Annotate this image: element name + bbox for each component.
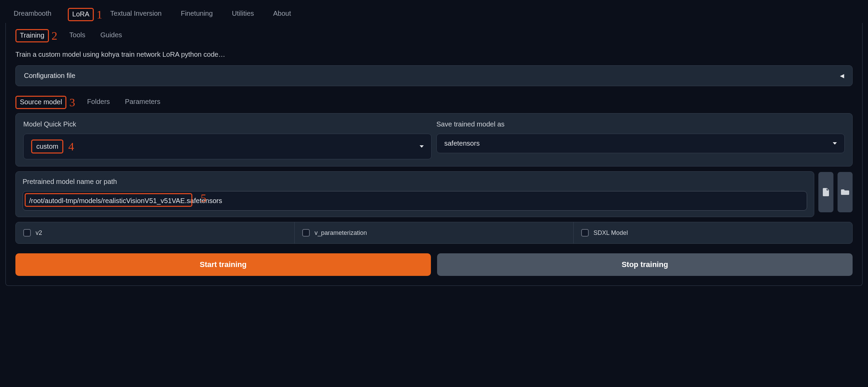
annotation-5: 5 (201, 192, 206, 205)
file-button[interactable] (818, 172, 833, 212)
tab-about[interactable]: About (270, 6, 294, 23)
subtab-training[interactable]: Training (20, 31, 44, 39)
container: Training 2 Tools Guides Train a custom m… (5, 23, 863, 286)
caret-down-icon (420, 145, 424, 148)
check-v2[interactable]: v2 (16, 222, 295, 243)
check-vparam-label: v_parameterization (315, 229, 367, 237)
checkbox-sdxl[interactable] (581, 229, 589, 237)
model-quick-pick-select[interactable]: custom 4 (23, 134, 432, 159)
tab-textual-inversion[interactable]: Textual Inversion (107, 6, 164, 23)
description-text: Train a custom model using kohya train n… (15, 51, 853, 58)
annotation-2: 2 (52, 29, 58, 42)
subtab-guides[interactable]: Guides (99, 28, 123, 43)
highlight-training: Training (15, 29, 49, 42)
model-quick-pick-value: custom (36, 143, 58, 150)
caret-down-icon (833, 142, 837, 145)
pretrained-panel: Pretrained model name or path 5 (15, 171, 814, 217)
stop-training-button[interactable]: Stop training (437, 253, 853, 276)
check-vparam[interactable]: v_parameterization (295, 222, 574, 243)
configuration-file-label: Configuration file (24, 72, 75, 80)
pretrained-label: Pretrained model name or path (23, 178, 807, 186)
main-tabs: Dreambooth LoRA 1 Textual Inversion Fine… (0, 0, 868, 23)
tab-parameters[interactable]: Parameters (124, 95, 162, 110)
tab-folders[interactable]: Folders (86, 95, 111, 110)
button-row: Start training Stop training (15, 253, 853, 276)
check-sdxl-label: SDXL Model (593, 229, 628, 237)
tab-finetuning[interactable]: Finetuning (178, 6, 215, 23)
file-icon (822, 188, 829, 196)
configuration-file-bar[interactable]: Configuration file ◀ (15, 65, 853, 86)
subtab-tools[interactable]: Tools (68, 28, 87, 43)
tab-dreambooth[interactable]: Dreambooth (11, 6, 54, 23)
sub-tabs: Training 2 Tools Guides (15, 23, 853, 44)
highlight-custom: custom (31, 139, 63, 154)
checks-panel: v2 v_parameterization SDXL Model (15, 222, 853, 244)
save-as-select[interactable]: safetensors (436, 134, 845, 153)
tab-lora[interactable]: LoRA (72, 10, 89, 18)
annotation-4: 4 (68, 140, 74, 153)
annotation-1: 1 (97, 8, 102, 21)
tab-source-model[interactable]: Source model (20, 98, 62, 106)
folder-button[interactable] (838, 172, 853, 212)
save-as-value: safetensors (444, 139, 480, 147)
highlight-lora: LoRA (68, 8, 94, 21)
checkbox-v2[interactable] (23, 229, 31, 237)
annotation-3: 3 (69, 96, 75, 109)
collapse-icon: ◀ (840, 72, 844, 79)
check-sdxl[interactable]: SDXL Model (574, 222, 852, 243)
start-training-button[interactable]: Start training (15, 253, 431, 276)
tab-utilities[interactable]: Utilities (229, 6, 257, 23)
pretrained-row: Pretrained model name or path 5 (15, 171, 853, 217)
checkbox-vparam[interactable] (302, 229, 310, 237)
model-quick-pick-label: Model Quick Pick (23, 120, 432, 128)
model-panel: Model Quick Pick custom 4 Save trained m… (15, 113, 853, 166)
folder-icon (841, 189, 849, 196)
save-as-label: Save trained model as (436, 120, 845, 128)
check-v2-label: v2 (36, 229, 42, 237)
pretrained-input[interactable] (23, 191, 807, 211)
source-tabs: Source model 3 Folders Parameters (15, 95, 853, 110)
highlight-source-model: Source model (15, 96, 66, 109)
